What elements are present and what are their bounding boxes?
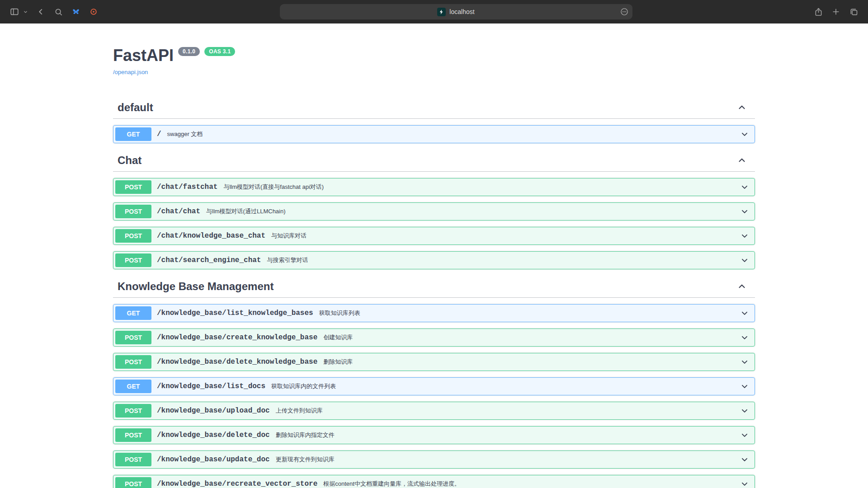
endpoint-path: /knowledge_base/create_knowledge_base <box>157 333 317 342</box>
chevron-up-icon <box>737 282 747 291</box>
orange-extension-button[interactable] <box>85 4 102 20</box>
endpoint-path: /chat/chat <box>157 207 200 216</box>
endpoint-description: 获取知识库列表 <box>319 309 360 317</box>
endpoint-path: /chat/fastchat <box>157 183 217 191</box>
method-badge: POST <box>115 205 151 218</box>
endpoint-path: /chat/search_engine_chat <box>157 256 261 264</box>
method-badge: POST <box>115 355 151 369</box>
page-content: FastAPI 0.1.0 OAS 3.1 /openapi.json defa… <box>0 23 868 488</box>
endpoint-row[interactable]: POST /knowledge_base/create_knowledge_ba… <box>113 328 755 347</box>
chevron-down-icon <box>740 431 749 440</box>
endpoint-row[interactable]: POST /chat/search_engine_chat 与搜索引擎对话 <box>113 251 755 269</box>
sidebar-menu-button[interactable] <box>21 4 29 20</box>
expand-endpoint-button[interactable] <box>740 333 749 342</box>
chevron-down-icon <box>740 309 749 318</box>
back-button[interactable] <box>33 4 49 20</box>
tab-overview-button[interactable] <box>845 4 862 20</box>
endpoint-path: /knowledge_base/upload_doc <box>157 407 270 415</box>
endpoint-description: 与llm模型对话(直接与fastchat api对话) <box>223 183 324 191</box>
endpoint-row[interactable]: POST /chat/knowledge_base_chat 与知识库对话 <box>113 227 755 245</box>
endpoint-description: 创建知识库 <box>323 333 353 342</box>
openapi-link[interactable]: /openapi.json <box>113 69 148 75</box>
expand-endpoint-button[interactable] <box>740 207 749 216</box>
endpoint-row[interactable]: POST /knowledge_base/recreate_vector_sto… <box>113 475 755 488</box>
endpoint-row[interactable]: POST /chat/fastchat 与llm模型对话(直接与fastchat… <box>113 178 755 196</box>
method-badge: POST <box>115 229 151 243</box>
collapse-section-button[interactable] <box>737 103 747 113</box>
url-bar[interactable]: localhost <box>280 4 632 19</box>
new-tab-icon <box>831 7 840 16</box>
chevron-down-icon <box>740 406 749 415</box>
endpoint-path: /knowledge_base/list_docs <box>157 382 265 390</box>
bluesky-extension-icon <box>71 7 80 16</box>
toolbar-center: localhost <box>102 4 810 19</box>
new-tab-button[interactable] <box>828 4 844 20</box>
expand-endpoint-button[interactable] <box>740 455 749 464</box>
chevron-down-icon <box>740 130 749 139</box>
expand-endpoint-button[interactable] <box>740 231 749 240</box>
endpoint-description: 根据content中文档重建向量库，流式输出处理进度。 <box>323 480 460 488</box>
chevron-up-icon <box>737 155 747 165</box>
endpoint-row[interactable]: POST /knowledge_base/delete_knowledge_ba… <box>113 353 755 371</box>
page-menu-button[interactable] <box>620 7 629 16</box>
endpoint-description: 删除知识库 <box>323 358 353 366</box>
chevron-down-icon <box>740 479 749 488</box>
expand-endpoint-button[interactable] <box>740 256 749 265</box>
collapse-section-button[interactable] <box>737 282 747 291</box>
expand-endpoint-button[interactable] <box>740 130 749 139</box>
expand-endpoint-button[interactable] <box>740 431 749 440</box>
api-title: FastAPI 0.1.0 OAS 3.1 <box>113 46 755 65</box>
expand-endpoint-button[interactable] <box>740 183 749 192</box>
method-badge: POST <box>115 253 151 267</box>
chevron-down-icon <box>740 333 749 342</box>
endpoint-path: / <box>157 130 161 138</box>
method-badge: POST <box>115 453 151 466</box>
chevron-down-icon <box>740 455 749 464</box>
method-badge: POST <box>115 180 151 194</box>
endpoint-row[interactable]: GET /knowledge_base/list_knowledge_bases… <box>113 304 755 322</box>
api-info: FastAPI 0.1.0 OAS 3.1 /openapi.json <box>113 46 755 76</box>
method-badge: POST <box>115 331 151 344</box>
method-badge: GET <box>115 127 151 141</box>
api-section: Chat POST /chat/fastchat 与llm模型对话(直接与fas… <box>113 150 755 269</box>
expand-endpoint-button[interactable] <box>740 357 749 366</box>
endpoint-row[interactable]: GET /knowledge_base/list_docs 获取知识库内的文件列… <box>113 377 755 395</box>
api-section: Knowledge Base Management GET /knowledge… <box>113 276 755 488</box>
expand-endpoint-button[interactable] <box>740 479 749 488</box>
endpoint-description: 上传文件到知识库 <box>276 407 323 415</box>
section-endpoints: POST /chat/fastchat 与llm模型对话(直接与fastchat… <box>113 172 755 269</box>
endpoint-description: 获取知识库内的文件列表 <box>271 382 336 390</box>
tab-overview-icon <box>849 7 859 17</box>
endpoint-path: /knowledge_base/recreate_vector_store <box>157 480 317 488</box>
search-button[interactable] <box>50 4 66 20</box>
collapse-section-button[interactable] <box>737 155 747 165</box>
bluesky-extension-button[interactable] <box>68 4 84 20</box>
endpoint-path: /knowledge_base/update_doc <box>157 455 270 464</box>
endpoint-row[interactable]: POST /knowledge_base/update_doc 更新现有文件到知… <box>113 450 755 469</box>
section-title: Chat <box>118 154 142 167</box>
toolbar-right <box>810 4 862 20</box>
method-badge: POST <box>115 428 151 442</box>
sidebar-toggle-icon <box>9 7 19 17</box>
api-sections: default GET / swagger 文档 Chat POST /chat… <box>113 97 755 488</box>
endpoint-row[interactable]: POST /knowledge_base/delete_doc 删除知识库内指定… <box>113 426 755 444</box>
url-text: localhost <box>449 8 474 15</box>
expand-endpoint-button[interactable] <box>740 406 749 415</box>
endpoint-row[interactable]: POST /knowledge_base/upload_doc 上传文件到知识库 <box>113 402 755 420</box>
chevron-down-icon <box>740 231 749 240</box>
endpoint-description: 与搜索引擎对话 <box>267 256 308 264</box>
site-favicon <box>437 8 446 16</box>
endpoint-description: 删除知识库内指定文件 <box>276 431 335 439</box>
section-header[interactable]: default <box>113 97 755 119</box>
section-header[interactable]: Chat <box>113 150 755 172</box>
endpoint-row[interactable]: POST /chat/chat 与llm模型对话(通过LLMChain) <box>113 202 755 221</box>
share-button[interactable] <box>810 4 826 20</box>
section-header[interactable]: Knowledge Base Management <box>113 276 755 298</box>
expand-endpoint-button[interactable] <box>740 309 749 318</box>
sidebar-toggle-button[interactable] <box>6 4 23 20</box>
expand-endpoint-button[interactable] <box>740 382 749 391</box>
method-badge: GET <box>115 380 151 393</box>
endpoint-row[interactable]: GET / swagger 文档 <box>113 125 755 143</box>
method-badge: POST <box>115 404 151 418</box>
toolbar-left <box>6 4 102 20</box>
